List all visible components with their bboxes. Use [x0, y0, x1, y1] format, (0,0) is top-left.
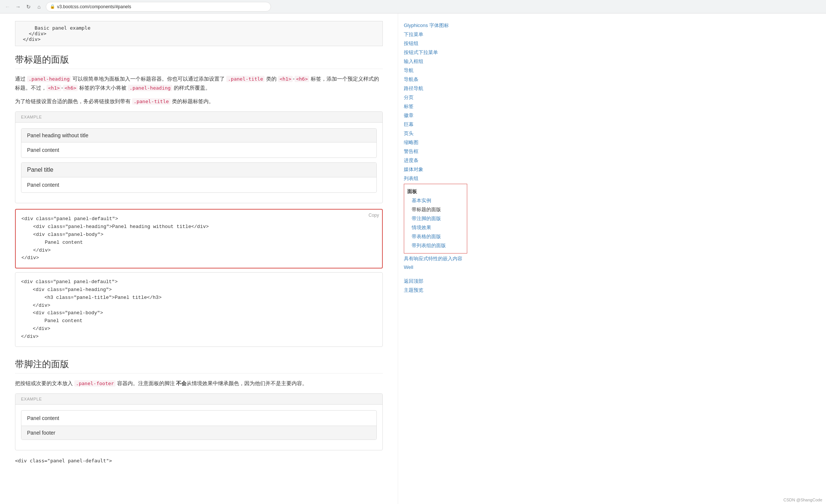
sidebar-submenu: 基本实例 带标题的面版 带注脚的面版 情境效果 带表格的面版 带列表组的面版 — [407, 196, 464, 250]
desc1-code3: <h1> — [278, 76, 293, 82]
sidebar-item-pagination[interactable]: 分页 — [404, 93, 467, 102]
example-box-1: EXAMPLE Panel heading without title Pane… — [15, 111, 383, 203]
desc1-code1: .panel-heading — [27, 76, 71, 82]
desc3-part1: 把按钮或次要的文本放入 — [15, 380, 74, 386]
sidebar-item-listpanel[interactable]: 带列表组的面版 — [412, 241, 464, 250]
sidebar-item-media[interactable]: 媒体对象 — [404, 165, 467, 174]
panel-1-heading: Panel heading without title — [21, 129, 376, 142]
sidebar-item-pagehead[interactable]: 页头 — [404, 129, 467, 138]
example-content-1: Panel heading without title Panel conten… — [15, 123, 382, 203]
panel-3: Panel content Panel footer — [21, 410, 377, 440]
desc2-part2: 类的标题标签内。 — [170, 98, 214, 104]
bottom-code-hint: <div class="panel panel-default"> — [15, 456, 383, 465]
sidebar-item-progress[interactable]: 进度条 — [404, 156, 467, 165]
panel-3-body: Panel content — [21, 411, 376, 426]
example-content-2: Panel content Panel footer — [15, 405, 382, 450]
sidebar-item-navbar[interactable]: 导航条 — [404, 75, 467, 84]
example-box-2: EXAMPLE Panel content Panel footer — [15, 393, 383, 450]
sidebar-item-backtotop[interactable]: 返回顶部 — [404, 277, 467, 286]
sidebar-item-titled[interactable]: 带标题的面版 — [412, 205, 464, 214]
desc1-code5: <h1> — [47, 85, 61, 91]
code2-content: <div class="panel panel-default"> <div c… — [21, 279, 161, 339]
copy-button-1[interactable]: Copy — [369, 213, 379, 218]
sidebar-item-tablepanel[interactable]: 带表格的面版 — [412, 232, 464, 241]
code-block-1: Copy<div class="panel panel-default"> <d… — [15, 209, 383, 268]
url-text: v3.bootcss.com/components/#panels — [57, 4, 131, 9]
sidebar-item-labels[interactable]: 标签 — [404, 102, 467, 111]
sidebar-item-glyphicons[interactable]: Glyphicons 字体图标 — [404, 21, 467, 30]
sidebar-item-footed[interactable]: 带注脚的面版 — [412, 214, 464, 223]
sidebar-item-listgroup[interactable]: 列表组 — [404, 174, 467, 183]
code1-line1: <div class="panel panel-default"> <div c… — [21, 216, 209, 261]
example-label-2: EXAMPLE — [15, 394, 382, 405]
desc1-code4: <h6> — [295, 76, 309, 82]
sidebar-item-btngroup[interactable]: 按钮组 — [404, 39, 467, 48]
sidebar-item-thumbnails[interactable]: 缩略图 — [404, 138, 467, 147]
desc1-part3: 类的 — [265, 76, 278, 82]
home-button[interactable]: ⌂ — [35, 3, 43, 10]
sidebar-section-panels: 面板 基本实例 带标题的面版 带注脚的面版 情境效果 带表格的面版 带列表组的面… — [404, 184, 467, 254]
back-button[interactable]: ← — [4, 3, 11, 10]
desc1-code7: .panel-heading — [128, 85, 172, 91]
sidebar-item-responsive-embed[interactable]: 具有响应式特性的嵌入内容 — [404, 254, 467, 263]
code-block-2: <div class="panel panel-default"> <div c… — [15, 272, 383, 346]
sidebar-item-theme[interactable]: 主题预览 — [404, 286, 467, 295]
sidebar: Glyphicons 字体图标 下拉菜单 按钮组 按钮式下拉菜单 输入框组 导航… — [398, 14, 473, 504]
desc1-part1: 通过 — [15, 76, 27, 82]
panel-2-body: Panel content — [21, 177, 376, 192]
address-bar[interactable]: 🔒 v3.bootcss.com/components/#panels — [46, 2, 271, 12]
desc3-part3: 从情境效果中继承颜色，因为他们并不是主要内容。 — [187, 380, 307, 386]
panel-2-title: Panel title — [27, 166, 371, 173]
sidebar-item-alerts[interactable]: 警告框 — [404, 147, 467, 156]
desc-text-1: 通过 .panel-heading 可以很简单地为面板加入一个标题容器。你也可以… — [15, 75, 383, 93]
desc1-part8: 的样式所覆盖。 — [172, 85, 211, 91]
sidebar-item-breadcrumb[interactable]: 路径导航 — [404, 84, 467, 93]
desc-text-3: 把按钮或次要的文本放入 .panel-footer 容器内。注意面板的脚注 不会… — [15, 379, 383, 388]
section-title-footer: 带脚注的面版 — [15, 358, 383, 374]
forward-button[interactable]: → — [14, 3, 22, 10]
sidebar-item-badges[interactable]: 徽章 — [404, 111, 467, 120]
desc2-part1: 为了给链接设置合适的颜色，务必将链接放到带有 — [15, 98, 132, 104]
sidebar-item-well[interactable]: Well — [404, 263, 467, 271]
desc3-part2: 容器内。注意面板的脚注 — [116, 380, 176, 386]
sidebar-item-dropdown[interactable]: 下拉菜单 — [404, 30, 467, 39]
browser-chrome: ← → ↻ ⌂ 🔒 v3.bootcss.com/components/#pan… — [0, 0, 826, 14]
sidebar-item-nav[interactable]: 导航 — [404, 66, 467, 75]
sidebar-item-btndropdown[interactable]: 按钮式下拉菜单 — [404, 48, 467, 57]
main-content: Basic panel example </div> </div> 带标题的面版… — [0, 14, 398, 504]
desc1-code2: .panel-title — [226, 76, 265, 82]
sidebar-item-context[interactable]: 情境效果 — [412, 223, 464, 232]
desc1-part7: 标签的字体大小将被 — [78, 85, 128, 91]
footer-note: CSDN @ShangCode — [784, 498, 823, 502]
section-title-heading: 带标题的面版 — [15, 54, 383, 69]
sidebar-item-panels[interactable]: 面板 — [407, 187, 464, 196]
panel-2: Panel title Panel content — [21, 162, 377, 193]
desc3-code1: .panel-footer — [74, 380, 116, 387]
desc3-bold1: 不会 — [176, 380, 187, 386]
page-wrapper: Basic panel example </div> </div> 带标题的面版… — [0, 14, 826, 504]
desc2-code1: .panel-title — [132, 98, 170, 105]
panel-3-footer: Panel footer — [21, 426, 376, 440]
panel-1-body: Panel content — [21, 142, 376, 158]
sidebar-item-basic[interactable]: 基本实例 — [412, 196, 464, 205]
desc1-code6: <h6> — [63, 85, 78, 91]
desc1-part2: 可以很简单地为面板加入一个标题容器。你也可以通过添加设置了 — [71, 76, 226, 82]
sidebar-item-inputgroup[interactable]: 输入框组 — [404, 57, 467, 66]
panel-1: Panel heading without title Panel conten… — [21, 128, 377, 158]
reload-button[interactable]: ↻ — [25, 3, 32, 10]
example-label-1: EXAMPLE — [15, 112, 382, 123]
panel-2-heading: Panel title — [21, 163, 376, 177]
top-code-snippet: Basic panel example </div> </div> — [15, 21, 383, 46]
lock-icon: 🔒 — [50, 4, 55, 9]
desc-text-2: 为了给链接设置合适的颜色，务必将链接放到带有 .panel-title 类的标题… — [15, 97, 383, 106]
sidebar-item-jumbotron[interactable]: 巨幕 — [404, 120, 467, 129]
